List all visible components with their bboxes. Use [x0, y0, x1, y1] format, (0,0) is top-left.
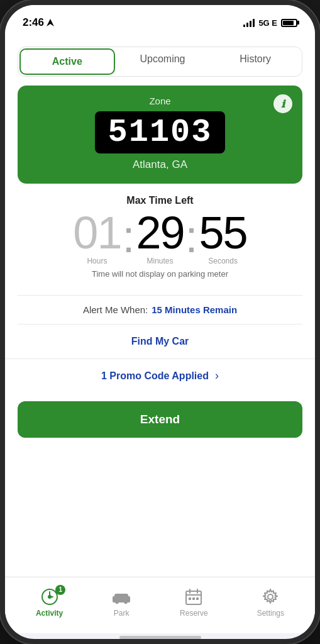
hours-value: 01: [73, 210, 121, 255]
max-time-label: Max Time Left: [24, 195, 296, 206]
settings-label: Settings: [257, 609, 284, 618]
minutes-unit: Minutes: [146, 257, 173, 265]
minutes-group: 29 Minutes: [136, 210, 184, 265]
extend-button[interactable]: Extend: [18, 401, 302, 438]
find-my-car-row[interactable]: Find My Car: [5, 325, 315, 358]
separator-2: :: [184, 214, 199, 259]
minutes-value: 29: [136, 210, 184, 255]
promo-row[interactable]: 1 Promo Code Applied ›: [5, 358, 315, 392]
signal-bars: [243, 18, 255, 27]
activity-badge-count: 1: [59, 586, 63, 593]
zone-city: Atlanta, GA: [30, 158, 290, 171]
hours-unit: Hours: [87, 257, 107, 265]
nav-item-settings[interactable]: Settings: [257, 587, 284, 618]
timer-section: Max Time Left 01 Hours : 29 Minutes : 55…: [18, 184, 302, 295]
promo-label: 1 Promo Code Applied: [101, 370, 209, 382]
tab-history-label: History: [240, 53, 271, 64]
status-icons: 5G E: [243, 18, 297, 28]
activity-badge: 1: [55, 585, 65, 595]
battery-icon: [281, 19, 297, 27]
battery-fill: [283, 21, 294, 25]
location-icon: [47, 19, 54, 26]
tab-upcoming-label: Upcoming: [140, 53, 185, 64]
network-type: 5G E: [258, 18, 277, 28]
info-icon: ℹ: [281, 98, 285, 110]
svg-marker-0: [47, 19, 54, 26]
zone-number: 51103: [95, 111, 224, 153]
svg-rect-14: [192, 597, 195, 600]
settings-icon: [261, 587, 280, 606]
tab-history[interactable]: History: [209, 47, 302, 76]
tab-upcoming[interactable]: Upcoming: [116, 47, 209, 76]
svg-rect-15: [196, 597, 199, 600]
time-display: 2:46: [23, 16, 44, 29]
home-indicator: [119, 636, 201, 639]
reserve-icon: [184, 587, 203, 606]
activity-label: Activity: [36, 609, 63, 618]
info-button[interactable]: ℹ: [273, 94, 292, 113]
hours-group: 01 Hours: [73, 210, 121, 265]
bottom-nav: 1 Activity Park: [5, 577, 315, 633]
park-icon: [112, 587, 131, 606]
svg-rect-6: [114, 594, 128, 599]
svg-rect-13: [189, 597, 191, 600]
seconds-unit: Seconds: [208, 257, 238, 265]
nav-item-park[interactable]: Park: [112, 587, 131, 618]
seconds-group: 55 Seconds: [199, 210, 247, 265]
tab-active[interactable]: Active: [19, 48, 115, 75]
tab-active-label: Active: [52, 56, 82, 67]
promo-chevron-icon: ›: [215, 369, 219, 382]
activity-icon: 1: [40, 587, 59, 606]
alert-value[interactable]: 15 Minutes Remain: [152, 304, 237, 315]
status-time: 2:46: [23, 16, 54, 29]
find-my-car-label: Find My Car: [131, 336, 189, 347]
timer-display: 01 Hours : 29 Minutes : 55 Seconds: [24, 210, 296, 265]
zone-label: Zone: [30, 96, 290, 106]
alert-row: Alert Me When: 15 Minutes Remain: [18, 295, 302, 324]
app-content: Active Upcoming History Zone 51103 Atlan…: [5, 38, 315, 577]
nav-item-reserve[interactable]: Reserve: [180, 587, 208, 618]
phone-frame: 2:46 5G E Active U: [0, 0, 320, 644]
timer-note: Time will not display on parking meter: [24, 269, 296, 279]
seconds-value: 55: [199, 210, 247, 255]
nav-item-activity[interactable]: 1 Activity: [36, 587, 63, 618]
reserve-label: Reserve: [180, 609, 208, 618]
status-bar: 2:46 5G E: [5, 5, 315, 38]
top-tabs: Active Upcoming History: [18, 47, 302, 77]
park-label: Park: [114, 609, 130, 618]
zone-card: Zone 51103 Atlanta, GA ℹ: [18, 86, 302, 184]
svg-point-16: [268, 594, 273, 599]
separator-1: :: [121, 214, 136, 259]
alert-label: Alert Me When:: [83, 304, 148, 315]
